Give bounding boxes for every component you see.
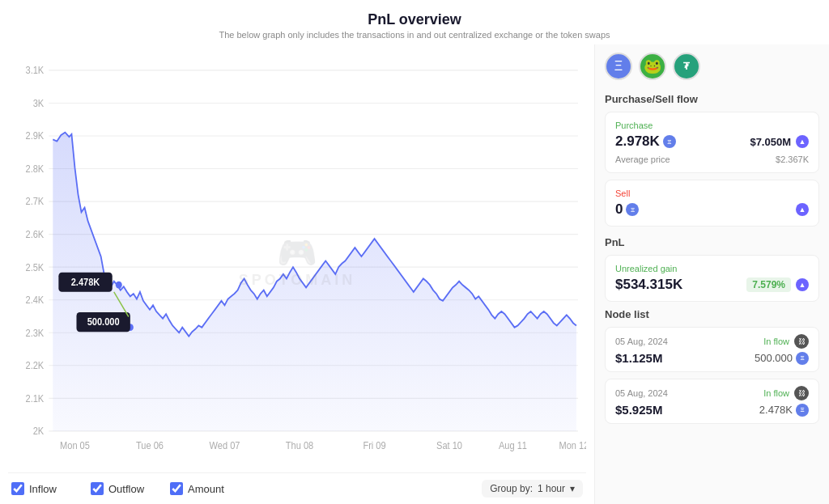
token-icons: Ξ 🐸 ₮ — [605, 53, 819, 80]
svg-text:2.9K: 2.9K — [26, 131, 45, 142]
group-by-label: Group by: — [490, 483, 533, 494]
sell-row: 0 Ξ ▲ — [615, 201, 809, 218]
outflow-checkbox[interactable] — [91, 482, 104, 495]
pnl-percent: 7.579% — [746, 277, 791, 292]
purchase-value: 2.978K Ξ — [615, 133, 676, 150]
avg-row: Average price $2.367K — [615, 155, 809, 164]
chart-section: 🎮 SPOTOMAIN — [0, 44, 594, 504]
amount-label: Amount — [188, 483, 236, 495]
node-1-eth-badge: Ξ — [796, 352, 809, 365]
pnl-card: Unrealized gain $534.315K 7.579% ▲ — [605, 255, 819, 302]
sell-label: Sell — [615, 188, 809, 198]
node-2-flow: In flow — [763, 388, 789, 398]
svg-text:Mon 12: Mon 12 — [559, 440, 586, 451]
svg-text:500.000: 500.000 — [87, 317, 120, 328]
svg-text:Thu 08: Thu 08 — [286, 440, 313, 451]
avg-label: Average price — [615, 155, 670, 164]
eth-badge: Ξ — [663, 135, 676, 148]
amount-checkbox[interactable] — [170, 482, 183, 495]
svg-text:2.1K: 2.1K — [26, 393, 45, 404]
eth-token-icon[interactable]: Ξ — [605, 53, 632, 80]
group-by-dropdown[interactable]: Group by: 1 hour ▾ — [482, 480, 583, 498]
page-header: PnL overview The below graph only includ… — [0, 0, 829, 44]
svg-text:2.2K: 2.2K — [26, 361, 45, 371]
page-title: PnL overview — [0, 11, 829, 28]
node-1-date: 05 Aug, 2024 — [615, 337, 668, 346]
purchase-sell-title: Purchase/Sell flow — [605, 93, 819, 105]
sell-value: 0 Ξ — [615, 201, 639, 218]
pnl-info-icon[interactable]: ▲ — [796, 278, 809, 291]
inflow-label: Inflow — [29, 483, 78, 495]
svg-text:2.478K: 2.478K — [71, 277, 100, 288]
price-chart: 3.1K 3K 2.9K 2.8K 2.7K 2.6K 2.5K 2.4K 2.… — [8, 53, 586, 469]
inflow-checkbox[interactable] — [11, 482, 24, 495]
svg-text:2.7K: 2.7K — [26, 197, 45, 207]
svg-text:2.6K: 2.6K — [26, 230, 45, 240]
group-by-value: 1 hour — [538, 483, 565, 494]
svg-text:3.1K: 3.1K — [26, 66, 45, 76]
outflow-label: Outflow — [108, 483, 157, 495]
node-list-title: Node list — [605, 308, 819, 320]
avg-value: $2.367K — [776, 155, 809, 164]
pepe-token-icon[interactable]: 🐸 — [639, 53, 666, 80]
svg-text:Sat 10: Sat 10 — [436, 440, 462, 451]
node-2-date: 05 Aug, 2024 — [615, 388, 668, 398]
legend-item-outflow: Outflow — [91, 482, 157, 495]
node-item-2: 05 Aug, 2024 In flow ⛓ $5.925M 2.478K Ξ — [605, 379, 819, 424]
svg-text:2.3K: 2.3K — [26, 328, 45, 338]
legend-item-amount: Amount — [170, 482, 236, 495]
svg-text:2.5K: 2.5K — [26, 262, 45, 273]
legend-item-inflow: Inflow — [11, 482, 78, 495]
page-subtitle: The below graph only includes the transa… — [0, 30, 829, 40]
pnl-unrealized-label: Unrealized gain — [615, 264, 809, 273]
svg-text:Tue 06: Tue 06 — [136, 440, 164, 451]
svg-text:2.8K: 2.8K — [26, 164, 45, 175]
chart-wrapper: 🎮 SPOTOMAIN — [8, 53, 586, 469]
svg-text:Aug 11: Aug 11 — [499, 440, 527, 451]
svg-text:Wed 07: Wed 07 — [210, 440, 240, 451]
right-panel: Ξ 🐸 ₮ Purchase/Sell flow Purchase 2.978K… — [594, 44, 829, 504]
node-1-amount: $1.125M — [615, 351, 662, 365]
tether-token-icon[interactable]: ₮ — [673, 53, 700, 80]
node-1-eth: 500.000 Ξ — [755, 352, 809, 365]
pnl-value: $534.315K — [615, 277, 682, 293]
purchase-info-icon[interactable]: ▲ — [796, 135, 809, 148]
sell-eth-badge: Ξ — [626, 203, 639, 216]
node-2-amount: $5.925M — [615, 403, 662, 417]
pnl-row: $534.315K 7.579% ▲ — [615, 277, 809, 293]
svg-text:2.4K: 2.4K — [26, 295, 45, 306]
svg-text:Fri 09: Fri 09 — [363, 440, 385, 451]
node-2-eth-badge: Ξ — [796, 404, 809, 417]
purchase-usd: $7.050M — [750, 136, 791, 148]
svg-text:2K: 2K — [33, 426, 45, 437]
svg-text:3K: 3K — [33, 98, 45, 108]
chevron-down-icon: ▾ — [570, 483, 575, 494]
purchase-label: Purchase — [615, 121, 809, 130]
node-1-link-icon[interactable]: ⛓ — [794, 334, 809, 349]
node-1-flow: In flow — [763, 337, 789, 346]
svg-text:Mon 05: Mon 05 — [60, 440, 90, 451]
purchase-card: Purchase 2.978K Ξ $7.050M ▲ Average pric… — [605, 112, 819, 173]
sell-card: Sell 0 Ξ ▲ — [605, 180, 819, 227]
node-2-link-icon[interactable]: ⛓ — [794, 386, 809, 400]
node-item-1: 05 Aug, 2024 In flow ⛓ $1.125M 500.000 Ξ — [605, 327, 819, 372]
sell-info-icon[interactable]: ▲ — [796, 203, 809, 216]
node-2-eth: 2.478K Ξ — [759, 404, 809, 417]
purchase-row: 2.978K Ξ $7.050M ▲ — [615, 133, 809, 150]
svg-point-32 — [116, 282, 122, 289]
pnl-title: PnL — [605, 236, 819, 248]
chart-footer: Inflow Outflow Amount Group by: 1 hour ▾ — [8, 472, 586, 504]
